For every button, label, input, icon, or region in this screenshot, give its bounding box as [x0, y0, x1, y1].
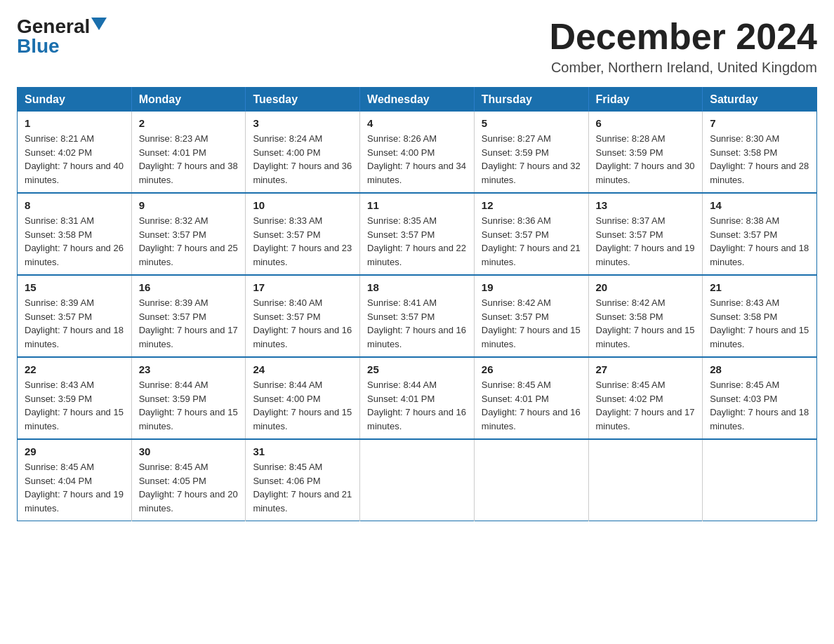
day-cell-26: 26 Sunrise: 8:45 AM Sunset: 4:01 PM Dayl…: [474, 357, 588, 439]
day-info: Sunrise: 8:43 AM Sunset: 3:59 PM Dayligh…: [25, 378, 124, 433]
header-friday: Friday: [588, 88, 703, 112]
day-info: Sunrise: 8:38 AM Sunset: 3:57 PM Dayligh…: [710, 214, 809, 269]
day-cell-2: 2 Sunrise: 8:23 AM Sunset: 4:01 PM Dayli…: [131, 112, 246, 193]
day-info: Sunrise: 8:45 AM Sunset: 4:03 PM Dayligh…: [710, 378, 809, 433]
day-info: Sunrise: 8:39 AM Sunset: 3:57 PM Dayligh…: [139, 296, 239, 351]
empty-cell-w4-d3: [360, 439, 475, 521]
day-cell-19: 19 Sunrise: 8:42 AM Sunset: 3:57 PM Dayl…: [474, 275, 588, 357]
week-row-2: 8 Sunrise: 8:31 AM Sunset: 3:58 PM Dayli…: [18, 193, 817, 275]
day-number: 28: [710, 363, 809, 375]
day-info: Sunrise: 8:27 AM Sunset: 3:59 PM Dayligh…: [482, 132, 581, 187]
day-number: 16: [139, 281, 239, 293]
day-info: Sunrise: 8:45 AM Sunset: 4:06 PM Dayligh…: [253, 460, 352, 515]
day-number: 10: [253, 199, 352, 211]
day-number: 21: [710, 281, 809, 293]
day-cell-25: 25 Sunrise: 8:44 AM Sunset: 4:01 PM Dayl…: [360, 357, 475, 439]
empty-cell-w4-d6: [703, 439, 817, 521]
day-info: Sunrise: 8:40 AM Sunset: 3:57 PM Dayligh…: [253, 296, 352, 351]
day-info: Sunrise: 8:42 AM Sunset: 3:58 PM Dayligh…: [596, 296, 696, 351]
day-cell-29: 29 Sunrise: 8:45 AM Sunset: 4:04 PM Dayl…: [18, 439, 132, 521]
day-info: Sunrise: 8:36 AM Sunset: 3:57 PM Dayligh…: [482, 214, 581, 269]
title-block: December 2024 Comber, Northern Ireland, …: [549, 17, 817, 76]
header-sunday: Sunday: [18, 88, 132, 112]
day-number: 6: [596, 117, 696, 129]
day-info: Sunrise: 8:45 AM Sunset: 4:02 PM Dayligh…: [596, 378, 696, 433]
day-cell-21: 21 Sunrise: 8:43 AM Sunset: 3:58 PM Dayl…: [703, 275, 817, 357]
day-number: 25: [367, 363, 467, 375]
day-info: Sunrise: 8:45 AM Sunset: 4:04 PM Dayligh…: [25, 460, 124, 515]
day-info: Sunrise: 8:42 AM Sunset: 3:57 PM Dayligh…: [482, 296, 581, 351]
day-number: 26: [482, 363, 581, 375]
day-info: Sunrise: 8:35 AM Sunset: 3:57 PM Dayligh…: [367, 214, 467, 269]
day-info: Sunrise: 8:39 AM Sunset: 3:57 PM Dayligh…: [25, 296, 124, 351]
day-cell-27: 27 Sunrise: 8:45 AM Sunset: 4:02 PM Dayl…: [588, 357, 703, 439]
day-number: 15: [25, 281, 124, 293]
day-cell-20: 20 Sunrise: 8:42 AM Sunset: 3:58 PM Dayl…: [588, 275, 703, 357]
week-row-1: 1 Sunrise: 8:21 AM Sunset: 4:02 PM Dayli…: [18, 112, 817, 193]
day-info: Sunrise: 8:30 AM Sunset: 3:58 PM Dayligh…: [710, 132, 809, 187]
day-cell-31: 31 Sunrise: 8:45 AM Sunset: 4:06 PM Dayl…: [246, 439, 360, 521]
day-cell-22: 22 Sunrise: 8:43 AM Sunset: 3:59 PM Dayl…: [18, 357, 132, 439]
day-number: 20: [596, 281, 696, 293]
day-info: Sunrise: 8:37 AM Sunset: 3:57 PM Dayligh…: [596, 214, 696, 269]
day-number: 24: [253, 363, 352, 375]
day-cell-15: 15 Sunrise: 8:39 AM Sunset: 3:57 PM Dayl…: [18, 275, 132, 357]
day-cell-3: 3 Sunrise: 8:24 AM Sunset: 4:00 PM Dayli…: [246, 112, 360, 193]
empty-cell-w4-d5: [588, 439, 703, 521]
day-number: 3: [253, 117, 352, 129]
day-number: 23: [139, 363, 239, 375]
weekday-header-row: Sunday Monday Tuesday Wednesday Thursday…: [18, 88, 817, 112]
day-info: Sunrise: 8:41 AM Sunset: 3:57 PM Dayligh…: [367, 296, 467, 351]
header-saturday: Saturday: [703, 88, 817, 112]
day-info: Sunrise: 8:24 AM Sunset: 4:00 PM Dayligh…: [253, 132, 352, 187]
day-number: 31: [253, 445, 352, 457]
day-number: 29: [25, 445, 124, 457]
header-monday: Monday: [131, 88, 246, 112]
day-number: 14: [710, 199, 809, 211]
day-cell-1: 1 Sunrise: 8:21 AM Sunset: 4:02 PM Dayli…: [18, 112, 132, 193]
day-cell-14: 14 Sunrise: 8:38 AM Sunset: 3:57 PM Dayl…: [703, 193, 817, 275]
day-number: 9: [139, 199, 239, 211]
day-number: 4: [367, 117, 467, 129]
day-cell-8: 8 Sunrise: 8:31 AM Sunset: 3:58 PM Dayli…: [18, 193, 132, 275]
day-info: Sunrise: 8:44 AM Sunset: 4:01 PM Dayligh…: [367, 378, 467, 433]
day-cell-28: 28 Sunrise: 8:45 AM Sunset: 4:03 PM Dayl…: [703, 357, 817, 439]
day-cell-24: 24 Sunrise: 8:44 AM Sunset: 4:00 PM Dayl…: [246, 357, 360, 439]
svg-marker-0: [91, 18, 107, 30]
day-cell-4: 4 Sunrise: 8:26 AM Sunset: 4:00 PM Dayli…: [360, 112, 475, 193]
day-info: Sunrise: 8:28 AM Sunset: 3:59 PM Dayligh…: [596, 132, 696, 187]
day-cell-6: 6 Sunrise: 8:28 AM Sunset: 3:59 PM Dayli…: [588, 112, 703, 193]
day-cell-16: 16 Sunrise: 8:39 AM Sunset: 3:57 PM Dayl…: [131, 275, 246, 357]
day-number: 30: [139, 445, 239, 457]
week-row-5: 29 Sunrise: 8:45 AM Sunset: 4:04 PM Dayl…: [18, 439, 817, 521]
day-number: 19: [482, 281, 581, 293]
logo: General Blue: [17, 17, 107, 56]
day-number: 11: [367, 199, 467, 211]
location-subtitle: Comber, Northern Ireland, United Kingdom: [549, 60, 817, 76]
day-number: 1: [25, 117, 124, 129]
header-wednesday: Wednesday: [360, 88, 475, 112]
day-number: 22: [25, 363, 124, 375]
day-info: Sunrise: 8:26 AM Sunset: 4:00 PM Dayligh…: [367, 132, 467, 187]
day-number: 5: [482, 117, 581, 129]
page-header: General Blue December 2024 Comber, North…: [17, 17, 817, 76]
day-info: Sunrise: 8:45 AM Sunset: 4:05 PM Dayligh…: [139, 460, 239, 515]
empty-cell-w4-d4: [474, 439, 588, 521]
day-info: Sunrise: 8:33 AM Sunset: 3:57 PM Dayligh…: [253, 214, 352, 269]
day-cell-30: 30 Sunrise: 8:45 AM Sunset: 4:05 PM Dayl…: [131, 439, 246, 521]
day-cell-12: 12 Sunrise: 8:36 AM Sunset: 3:57 PM Dayl…: [474, 193, 588, 275]
day-cell-5: 5 Sunrise: 8:27 AM Sunset: 3:59 PM Dayli…: [474, 112, 588, 193]
day-info: Sunrise: 8:43 AM Sunset: 3:58 PM Dayligh…: [710, 296, 809, 351]
day-info: Sunrise: 8:32 AM Sunset: 3:57 PM Dayligh…: [139, 214, 239, 269]
week-row-4: 22 Sunrise: 8:43 AM Sunset: 3:59 PM Dayl…: [18, 357, 817, 439]
header-tuesday: Tuesday: [246, 88, 360, 112]
day-info: Sunrise: 8:31 AM Sunset: 3:58 PM Dayligh…: [25, 214, 124, 269]
day-number: 27: [596, 363, 696, 375]
calendar-table: Sunday Monday Tuesday Wednesday Thursday…: [17, 87, 817, 521]
day-cell-9: 9 Sunrise: 8:32 AM Sunset: 3:57 PM Dayli…: [131, 193, 246, 275]
logo-blue-text: Blue: [17, 36, 60, 56]
day-info: Sunrise: 8:44 AM Sunset: 3:59 PM Dayligh…: [139, 378, 239, 433]
day-cell-10: 10 Sunrise: 8:33 AM Sunset: 3:57 PM Dayl…: [246, 193, 360, 275]
day-info: Sunrise: 8:23 AM Sunset: 4:01 PM Dayligh…: [139, 132, 239, 187]
day-number: 12: [482, 199, 581, 211]
